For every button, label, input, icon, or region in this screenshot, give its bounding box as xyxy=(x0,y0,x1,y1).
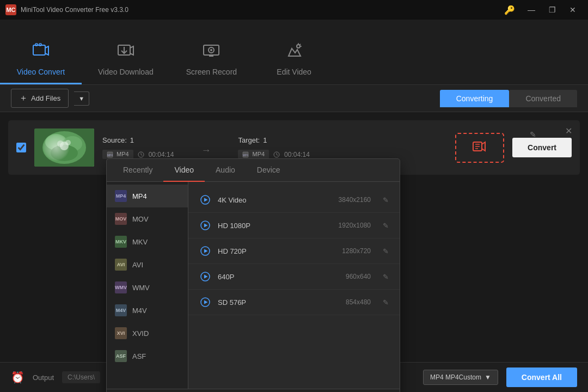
close-button[interactable]: ✕ xyxy=(563,2,583,17)
quality-edit-hd1080[interactable]: ✎ xyxy=(383,222,389,230)
tab-video[interactable]: Video xyxy=(163,159,205,182)
maximize-button[interactable]: ❐ xyxy=(542,2,562,17)
add-files-dropdown-button[interactable]: ▼ xyxy=(74,91,89,106)
nav-video-download[interactable]: Video Download xyxy=(82,20,170,84)
asf-icon: ASF xyxy=(115,350,127,362)
add-files-icon: ＋ xyxy=(19,93,28,104)
target-format: MP4 MP4 xyxy=(238,150,269,159)
svg-point-19 xyxy=(60,142,69,150)
convert-button[interactable]: Convert xyxy=(512,138,572,157)
format-item-asf[interactable]: ASF ASF xyxy=(107,345,188,367)
main-content: Source: 1 MP4 MP4 00:04:14 → xyxy=(0,112,588,183)
clock-icon: ⏰ xyxy=(11,371,24,384)
quality-hd1080[interactable]: HD 1080P 1920x1080 ✎ xyxy=(188,213,400,238)
output-path[interactable]: C:\Users\ xyxy=(62,371,100,383)
svg-line-26 xyxy=(141,155,143,156)
add-files-button[interactable]: ＋ Add Files xyxy=(11,89,69,108)
format-dropdown: Recently Video Audio Device MP4 MP4 MOV … xyxy=(106,158,400,392)
quality-hd720[interactable]: HD 720P 1280x720 ✎ xyxy=(188,238,400,264)
title-bar-right: 🔑 — ❐ ✕ xyxy=(504,2,583,17)
format-item-avi[interactable]: AVI AVI xyxy=(107,253,188,276)
key-icon[interactable]: 🔑 xyxy=(504,5,515,15)
play-icon-hd1080 xyxy=(199,219,211,231)
format-item-mkv[interactable]: MKV MKV xyxy=(107,230,188,253)
mp4-icon: MP4 xyxy=(115,190,127,202)
play-icon-hd720 xyxy=(199,245,211,257)
expand-icon xyxy=(472,139,487,157)
format-item-m4v[interactable]: M4V M4V xyxy=(107,299,188,322)
svg-text:MP4: MP4 xyxy=(243,154,249,157)
source-target-row: Source: 1 MP4 MP4 00:04:14 → xyxy=(102,136,447,159)
target-section: Target: 1 MP4 MP4 00:04:14 xyxy=(238,136,309,159)
file-checkbox[interactable] xyxy=(16,143,26,152)
edit-format-icon[interactable]: ✎ xyxy=(530,130,536,139)
format-item-wmv[interactable]: WMV WMV xyxy=(107,276,188,299)
tab-device[interactable]: Device xyxy=(246,159,291,182)
source-details: MP4 MP4 00:04:14 xyxy=(102,150,174,159)
quality-sd576[interactable]: SD 576P 854x480 ✎ xyxy=(188,290,400,315)
svg-marker-41 xyxy=(204,249,208,253)
svg-text:MP4: MP4 xyxy=(107,154,113,157)
quality-edit-4k[interactable]: ✎ xyxy=(383,196,389,204)
svg-marker-37 xyxy=(204,198,208,202)
nav-bar: Video Convert Video Download Screen Reco… xyxy=(0,20,588,85)
nav-edit-video[interactable]: Edit Video xyxy=(253,20,335,84)
nav-screen-record[interactable]: Screen Record xyxy=(170,20,253,84)
window-controls: — ❐ ✕ xyxy=(522,2,583,17)
source-count: 1 xyxy=(130,136,134,144)
quality-name-hd1080: HD 1080P xyxy=(218,222,332,230)
quality-edit-sd576[interactable]: ✎ xyxy=(383,298,389,307)
play-icon-640p xyxy=(199,271,211,283)
close-file-item-button[interactable]: ✕ xyxy=(562,125,575,137)
format-item-mov[interactable]: MOV MOV xyxy=(107,207,188,230)
minimize-button[interactable]: — xyxy=(522,2,541,17)
nav-video-convert-label: Video Convert xyxy=(17,68,65,76)
quality-res-hd720: 1280x720 xyxy=(342,247,371,255)
mov-icon: MOV xyxy=(115,213,127,225)
svg-point-7 xyxy=(210,49,212,51)
tab-audio[interactable]: Audio xyxy=(205,159,246,182)
toolbar: ＋ Add Files ▼ Converting Converted xyxy=(0,85,588,112)
format-category-tabs: Recently Video Audio Device xyxy=(107,159,400,182)
target-duration: 00:04:14 xyxy=(284,151,310,158)
output-format-text: MP4 MP4Custom xyxy=(430,373,481,381)
format-item-xvid[interactable]: XVI XVID xyxy=(107,322,188,345)
quality-res-640p: 960x640 xyxy=(346,273,371,280)
source-format: MP4 MP4 xyxy=(102,150,133,159)
svg-point-21 xyxy=(65,140,71,145)
tab-converting[interactable]: Converting xyxy=(440,90,510,107)
arrow-right-icon: → xyxy=(201,145,211,156)
quality-name-hd720: HD 720P xyxy=(218,247,335,255)
format-label-m4v: M4V xyxy=(132,307,147,315)
format-search-bar: 🔍 + Create Custom xyxy=(107,389,400,392)
nav-video-download-label: Video Download xyxy=(98,68,154,76)
tabs: Converting Converted xyxy=(440,90,577,107)
app-icon: MC xyxy=(5,4,16,15)
svg-line-31 xyxy=(277,155,278,156)
quality-640p[interactable]: 640P 960x640 ✎ xyxy=(188,264,400,290)
quality-edit-hd720[interactable]: ✎ xyxy=(383,247,389,255)
nav-video-convert[interactable]: Video Convert xyxy=(0,20,82,84)
target-format-box[interactable] xyxy=(455,133,504,163)
quality-edit-640p[interactable]: ✎ xyxy=(383,273,389,281)
output-format-selector[interactable]: MP4 MP4Custom ▼ xyxy=(423,370,498,385)
convert-all-button[interactable]: Convert All xyxy=(506,367,577,387)
svg-point-20 xyxy=(57,140,64,147)
quality-name-4k: 4K Video xyxy=(218,196,332,204)
play-icon-sd576 xyxy=(199,296,211,308)
format-label-xvid: XVID xyxy=(132,329,149,338)
nav-screen-record-label: Screen Record xyxy=(186,68,237,76)
file-thumbnail xyxy=(34,128,94,167)
format-list: MP4 MP4 MOV MOV MKV MKV AVI AVI WMV WM xyxy=(107,182,188,389)
quality-4k[interactable]: 4K Video 3840x2160 ✎ xyxy=(188,187,400,213)
tab-recently[interactable]: Recently xyxy=(112,159,163,182)
wmv-icon: WMV xyxy=(115,281,127,293)
xvid-icon: XVI xyxy=(115,327,127,339)
format-label-mov: MOV xyxy=(132,215,149,223)
source-duration: 00:04:14 xyxy=(149,151,174,158)
format-label-wmv: WMV xyxy=(132,284,150,292)
tab-converted[interactable]: Converted xyxy=(509,90,577,107)
format-label-avi: AVI xyxy=(132,261,143,269)
title-bar: MC MiniTool Video Converter Free v3.3.0 … xyxy=(0,0,588,20)
format-item-mp4[interactable]: MP4 MP4 xyxy=(107,185,188,207)
